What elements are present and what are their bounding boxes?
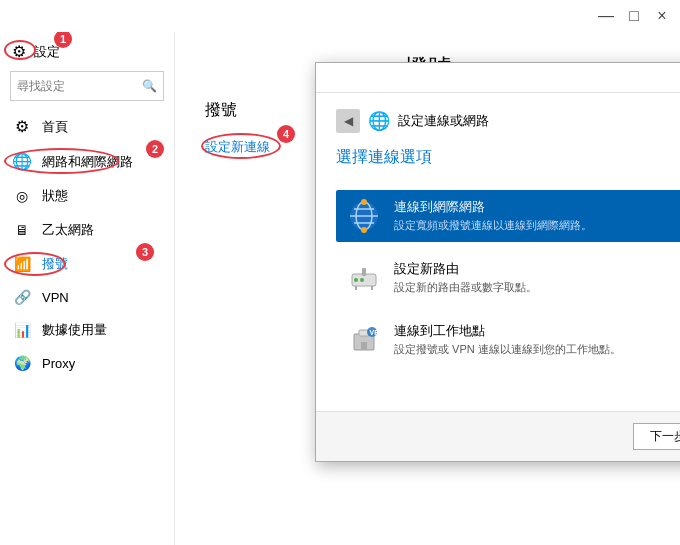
sidebar-item-ethernet[interactable]: 🖥 乙太網路	[0, 213, 174, 247]
dialog-nav-icon: 🌐	[368, 110, 390, 132]
sidebar-item-status[interactable]: ◎ 狀態	[0, 179, 174, 213]
svg-rect-10	[362, 268, 366, 276]
search-box[interactable]: 🔍	[10, 71, 164, 101]
workplace-option-content: 連線到工作地點 設定撥號或 VPN 連線以連線到您的工作地點。	[394, 322, 621, 357]
router-option-content: 設定新路由 設定新的路由器或數字取點。	[394, 260, 537, 295]
sidebar-item-proxy[interactable]: 🌍 Proxy	[0, 347, 174, 379]
sidebar-item-status-label: 狀態	[42, 187, 68, 205]
maximize-button[interactable]: □	[624, 1, 644, 31]
back-button[interactable]: ◀	[336, 109, 360, 133]
workplace-option-desc: 設定撥號或 VPN 連線以連線到您的工作地點。	[394, 342, 621, 357]
svg-point-8	[354, 278, 358, 282]
title-bar: — □ ×	[0, 0, 680, 32]
dialog-title-bar: — □ ×	[316, 63, 680, 93]
dialog-content: ◀ 🌐 設定連線或網路 選擇連線選項 5	[316, 93, 680, 411]
badge-3: 3	[136, 243, 154, 261]
dialog-footer: 下一步(N) 取消	[316, 411, 680, 461]
svg-text:VPN: VPN	[370, 329, 383, 336]
internet-option-desc: 設定寬頻或撥號連線以連線到網際網路。	[394, 218, 592, 233]
router-option-title: 設定新路由	[394, 260, 537, 278]
dialog-header-text: 設定連線或網路	[398, 112, 489, 130]
search-input[interactable]	[17, 79, 142, 93]
connection-option-internet[interactable]: 5	[336, 190, 680, 242]
settings-window: — □ × 1 ⚙ 設定 🔍 ⚙ 首頁	[0, 0, 680, 545]
badge-4: 4	[277, 125, 295, 143]
data-usage-icon: 📊	[12, 322, 32, 338]
status-icon: ◎	[12, 188, 32, 204]
sidebar-item-dial[interactable]: 3 📶 撥號	[0, 247, 174, 281]
proxy-icon: 🌍	[12, 355, 32, 371]
svg-point-6	[361, 227, 367, 233]
dialog-nav: ◀ 🌐 設定連線或網路	[336, 109, 680, 133]
sidebar-item-vpn-label: VPN	[42, 290, 69, 305]
dialog-window: — □ × ◀ 🌐 設定連線或網路 選擇連線選項	[315, 62, 680, 462]
internet-option-icon	[346, 198, 382, 234]
title-bar-controls: — □ ×	[596, 1, 672, 31]
dial-badge-circle	[4, 252, 66, 276]
sidebar-top: 1 ⚙ 設定	[0, 36, 174, 67]
sidebar-item-home-label: 首頁	[42, 118, 68, 136]
sidebar-item-home[interactable]: ⚙ 首頁	[0, 109, 174, 144]
sidebar-item-data-usage[interactable]: 📊 數據使用量	[0, 313, 174, 347]
new-connection-link[interactable]: 設定新連線	[205, 139, 270, 154]
connection-option-router[interactable]: 設定新路由 設定新的路由器或數字取點。	[336, 252, 680, 304]
choose-connection-title: 選擇連線選項	[336, 147, 680, 168]
ethernet-icon: 🖥	[12, 222, 32, 238]
router-option-desc: 設定新的路由器或數字取點。	[394, 280, 537, 295]
home-icon: ⚙	[12, 117, 32, 136]
workplace-option-title: 連線到工作地點	[394, 322, 621, 340]
close-button[interactable]: ×	[652, 1, 672, 31]
content-area: 1 ⚙ 設定 🔍 ⚙ 首頁 2 🌐 網路和網際網路 ◎	[0, 32, 680, 545]
network-badge-circle	[4, 148, 119, 174]
main-panel: 撥號 撥號 4 設定新連線 — □ ×	[175, 32, 680, 545]
svg-point-9	[360, 278, 364, 282]
internet-option-title: 連線到網際網路	[394, 198, 592, 216]
connection-option-workplace[interactable]: VPN 連線到工作地點 設定撥號或 VPN 連線以連線到您的工作地點。	[336, 314, 680, 366]
svg-rect-15	[361, 342, 367, 350]
sidebar-item-ethernet-label: 乙太網路	[42, 221, 94, 239]
badge-1: 1	[54, 32, 72, 48]
sidebar-item-network[interactable]: 2 🌐 網路和網際網路	[0, 144, 174, 179]
next-button[interactable]: 下一步(N)	[633, 423, 680, 450]
badge-2: 2	[146, 140, 164, 158]
router-option-icon	[346, 260, 382, 296]
minimize-button[interactable]: —	[596, 1, 616, 31]
internet-option-content: 連線到網際網路 設定寬頻或撥號連線以連線到網際網路。	[394, 198, 592, 233]
sidebar: 1 ⚙ 設定 🔍 ⚙ 首頁 2 🌐 網路和網際網路 ◎	[0, 32, 175, 545]
sidebar-item-proxy-label: Proxy	[42, 356, 75, 371]
vpn-icon: 🔗	[12, 289, 32, 305]
workplace-option-icon: VPN	[346, 322, 382, 358]
sidebar-item-data-usage-label: 數據使用量	[42, 321, 107, 339]
svg-point-5	[361, 199, 367, 205]
search-icon: 🔍	[142, 79, 157, 93]
sidebar-item-vpn[interactable]: 🔗 VPN	[0, 281, 174, 313]
settings-badge-circle	[4, 40, 36, 60]
